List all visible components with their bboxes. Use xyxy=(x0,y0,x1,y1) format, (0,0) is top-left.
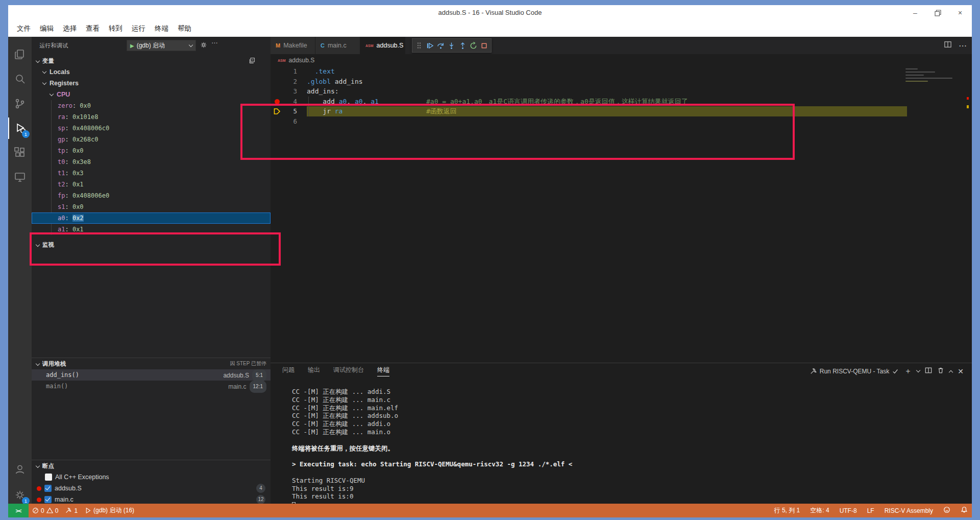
maximize-panel-icon[interactable] xyxy=(949,370,953,374)
register-value: 0x101e8 xyxy=(72,113,99,121)
locals-tree-item[interactable]: Locals xyxy=(32,66,271,78)
running-tasks-status[interactable]: 1 xyxy=(62,504,81,517)
eol-status[interactable]: LF xyxy=(867,507,874,514)
restore-icon[interactable] xyxy=(933,8,942,17)
split-editor-icon[interactable] xyxy=(944,41,951,51)
new-terminal-icon[interactable]: ＋ xyxy=(904,366,912,376)
continue-icon[interactable] xyxy=(425,40,434,51)
close-icon[interactable]: × xyxy=(955,8,965,17)
register-row-zero[interactable]: zero: 0x0 xyxy=(32,100,271,111)
register-row-fp[interactable]: fp: 0x408006e0 xyxy=(32,190,271,201)
tab-makefile[interactable]: M Makefile xyxy=(271,37,315,54)
checkbox-checked[interactable] xyxy=(44,485,52,492)
call-stack-section-header[interactable]: 调用堆栈 因 STEP 已暂停 xyxy=(32,358,271,369)
checkbox-checked[interactable] xyxy=(44,496,52,503)
registers-tree-item[interactable]: Registers xyxy=(32,78,271,89)
menu-item[interactable]: 运行 xyxy=(127,22,150,35)
breadcrumb[interactable]: ASM addsub.S xyxy=(271,54,972,66)
tab-debug-console[interactable]: 调试控制台 xyxy=(333,366,364,376)
register-row-s1[interactable]: s1: 0x0 xyxy=(32,201,271,212)
code-text: add_ins: xyxy=(307,86,339,97)
language-mode[interactable]: RISC-V Assembly xyxy=(885,507,933,514)
terminal-output[interactable]: CC -[M] 正在构建 ... addi.SCC -[M] 正在构建 ... … xyxy=(292,388,572,509)
feedback-icon[interactable] xyxy=(943,506,950,515)
debug-session-status[interactable]: (gdb) 启动 (16) xyxy=(81,504,138,517)
breakpoint-row-addsub[interactable]: addsub.S 4 xyxy=(32,483,271,494)
tab-problems[interactable]: 问题 xyxy=(282,366,295,376)
register-row-t0[interactable]: t0: 0x3e8 xyxy=(32,156,271,168)
separator: : xyxy=(65,226,72,233)
stack-frame-row[interactable]: add_ins() addsub.S 5:1 xyxy=(32,369,271,381)
workbench: 1 1 运行和调试 xyxy=(8,37,972,504)
step-over-icon[interactable] xyxy=(436,40,446,51)
cpu-tree-item[interactable]: CPU xyxy=(32,89,271,100)
breakpoint-row-exceptions[interactable]: All C++ Exceptions xyxy=(32,471,271,483)
checkbox-unchecked[interactable] xyxy=(45,474,52,481)
remote-indicator[interactable]: >< xyxy=(8,504,29,517)
explorer-icon[interactable] xyxy=(8,44,32,65)
remote-explorer-icon[interactable] xyxy=(8,167,32,188)
register-name: a0 xyxy=(58,215,65,222)
toolbar-drag-grip[interactable] xyxy=(414,40,424,51)
separator: : xyxy=(65,136,72,143)
register-row-t1[interactable]: t1: 0x3 xyxy=(32,168,271,179)
terminal-task-selector[interactable]: Run RISCV-QEMU - Task xyxy=(810,368,899,375)
stop-icon[interactable] xyxy=(480,40,489,51)
restart-icon[interactable] xyxy=(469,40,478,51)
vscode-window: addsub.S - 16 - Visual Studio Code – × 文… xyxy=(8,5,972,517)
more-actions-icon[interactable]: ⋯ xyxy=(211,39,218,46)
code-line-3[interactable]: 3add_ins: xyxy=(271,86,972,97)
notifications-bell-icon[interactable] xyxy=(961,506,968,515)
source-control-icon[interactable] xyxy=(8,93,32,114)
breakpoints-label: 断点 xyxy=(42,462,54,470)
start-debug-icon[interactable]: ▶ xyxy=(130,43,134,49)
search-icon[interactable] xyxy=(8,68,32,90)
menu-item[interactable]: 编辑 xyxy=(35,22,58,35)
more-actions-icon[interactable]: ⋯ xyxy=(959,41,967,51)
collapse-all-icon[interactable] xyxy=(249,57,255,64)
tab-label: addsub.S xyxy=(377,42,404,49)
register-row-a0[interactable]: a0: 0x2 xyxy=(32,212,271,224)
launch-config-dropdown[interactable]: ▶ (gdb) 启动 xyxy=(127,40,196,51)
settings-gear-icon[interactable]: 1 xyxy=(8,484,32,506)
menu-item[interactable]: 选择 xyxy=(58,22,81,35)
encoding-status[interactable]: UTF-8 xyxy=(840,507,857,514)
register-row-ra[interactable]: ra: 0x101e8 xyxy=(32,111,271,123)
minimap[interactable] xyxy=(905,68,957,84)
register-name: ra xyxy=(58,113,65,121)
chevron-down-icon[interactable] xyxy=(916,368,920,372)
menu-item[interactable]: 文件 xyxy=(12,22,35,35)
tab-terminal[interactable]: 终端 xyxy=(377,366,389,376)
kill-terminal-icon[interactable] xyxy=(937,367,944,375)
indentation-status[interactable]: 空格: 4 xyxy=(810,506,829,515)
code-line-2[interactable]: 2.globl add_ins xyxy=(271,77,972,87)
tab-main-c[interactable]: C main.c xyxy=(315,37,360,54)
stack-frame-row[interactable]: main() main.c 12:1 xyxy=(32,381,271,392)
menu-item[interactable]: 查看 xyxy=(81,22,104,35)
step-out-icon[interactable] xyxy=(458,40,467,51)
menu-item[interactable]: 转到 xyxy=(104,22,127,35)
minimize-icon[interactable]: – xyxy=(911,8,920,17)
code-line-1[interactable]: 1 .text xyxy=(271,66,972,77)
separator: : xyxy=(65,215,72,222)
account-icon[interactable] xyxy=(8,459,32,480)
variables-section-header[interactable]: 变量 xyxy=(32,55,271,66)
tab-output[interactable]: 输出 xyxy=(308,366,320,376)
step-into-icon[interactable] xyxy=(447,40,456,51)
extensions-icon[interactable] xyxy=(8,142,32,163)
menu-item[interactable]: 终端 xyxy=(150,22,173,35)
register-row-sp[interactable]: sp: 0x408006c0 xyxy=(32,123,271,134)
cursor-position[interactable]: 行 5, 列 1 xyxy=(774,506,800,515)
split-terminal-icon[interactable] xyxy=(925,367,932,375)
tab-addsub-s[interactable]: ASM addsub.S xyxy=(360,37,405,54)
close-panel-icon[interactable]: ✕ xyxy=(958,367,964,375)
menu-item[interactable]: 帮助 xyxy=(173,22,196,35)
problems-status[interactable]: 0 0 xyxy=(29,504,62,517)
run-debug-icon[interactable]: 1 xyxy=(8,117,32,139)
register-row-tp[interactable]: tp: 0x0 xyxy=(32,145,271,156)
register-row-gp[interactable]: gp: 0x268c0 xyxy=(32,134,271,145)
breakpoints-section-header[interactable]: 断点 xyxy=(32,460,271,471)
variables-label: 变量 xyxy=(42,57,54,65)
register-row-t2[interactable]: t2: 0x1 xyxy=(32,179,271,190)
debug-settings-gear-icon[interactable] xyxy=(200,41,207,49)
